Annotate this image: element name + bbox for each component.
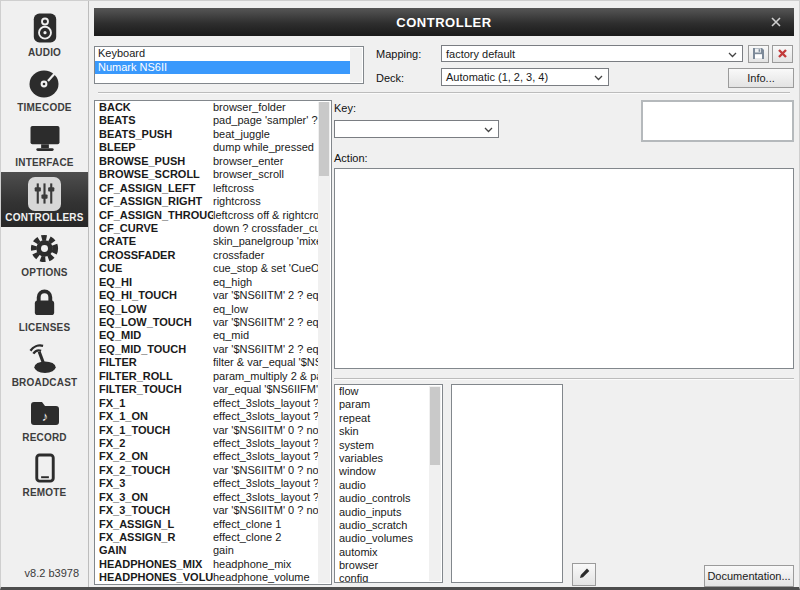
mapping-row[interactable]: FX_3effect_3slots_layout ? <box>95 477 318 490</box>
category-row[interactable]: variables <box>335 452 429 465</box>
category-scrollbar[interactable] <box>429 386 441 581</box>
category-row[interactable]: repeat <box>335 412 429 425</box>
mapping-action: var '$NS6IITM' 0 ? noth <box>213 464 318 477</box>
edit-action-button[interactable] <box>572 563 596 586</box>
category-row[interactable]: audio_controls <box>335 492 429 505</box>
sidebar-item-record[interactable]: ♪RECORD <box>1 392 88 447</box>
mapping-key: EQ_HI <box>95 276 213 289</box>
mapping-key: FX_3 <box>95 477 213 490</box>
category-row[interactable]: audio <box>335 479 429 492</box>
sidebar-item-interface[interactable]: INTERFACE <box>1 117 88 172</box>
category-row[interactable]: system <box>335 439 429 452</box>
mapping-key: FX_1_TOUCH <box>95 424 213 437</box>
mapping-row[interactable]: EQ_LOWeq_low <box>95 303 318 316</box>
mapping-row[interactable]: FX_2_TOUCHvar '$NS6IITM' 0 ? noth <box>95 464 318 477</box>
deck-select[interactable]: Automatic (1, 2, 3, 4) <box>441 68 609 86</box>
mapping-row[interactable]: FILTER_ROLLparam_multiply 2 & par <box>95 370 318 383</box>
mapping-key: EQ_MID_TOUCH <box>95 343 213 356</box>
mapping-row[interactable]: FX_1_TOUCHvar '$NS6IITM' 0 ? noth <box>95 424 318 437</box>
sidebar-item-licenses[interactable]: LICENSES <box>1 282 88 337</box>
device-list-scrollbar[interactable] <box>350 48 362 82</box>
sidebar-item-options[interactable]: OPTIONS <box>1 227 88 282</box>
mapping-select-value: factory default <box>446 48 515 60</box>
category-row[interactable]: browser <box>335 559 429 572</box>
action-sub-list[interactable] <box>451 384 563 583</box>
mapping-key: EQ_HI_TOUCH <box>95 289 213 302</box>
sidebar-item-controllers[interactable]: CONTROLLERS <box>1 172 88 227</box>
mapping-action: skin_panelgroup 'mixer' <box>213 235 318 248</box>
documentation-button[interactable]: Documentation... <box>704 565 794 587</box>
mapping-row[interactable]: EQ_MID_TOUCHvar '$NS6IITM' 2 ? eq_m <box>95 343 318 356</box>
delete-mapping-button[interactable] <box>772 45 793 63</box>
mapping-row[interactable]: FX_3_ONeffect_3slots_layout ? <box>95 491 318 504</box>
key-mapping-scrollbar[interactable] <box>318 102 330 583</box>
mapping-row[interactable]: FX_ASSIGN_Reffect_clone 2 <box>95 531 318 544</box>
separator <box>334 378 794 380</box>
mapping-row[interactable]: EQ_HI_TOUCHvar '$NS6IITM' 2 ? eq_h <box>95 289 318 302</box>
mapping-action: var_equal '$NS6IIFM' 2 <box>213 383 318 396</box>
mapping-row[interactable]: CF_ASSIGN_LEFTleftcross <box>95 182 318 195</box>
sidebar-item-audio[interactable]: AUDIO <box>1 7 88 62</box>
mapping-row[interactable]: CF_ASSIGN_RIGHTrightcross <box>95 195 318 208</box>
category-row[interactable]: audio_inputs <box>335 506 429 519</box>
mapping-row[interactable]: CRATEskin_panelgroup 'mixer' <box>95 235 318 248</box>
mapping-row[interactable]: EQ_HIeq_high <box>95 276 318 289</box>
mapping-row[interactable]: FX_1effect_3slots_layout ? <box>95 397 318 410</box>
mapping-action: var '$NS6IITM' 2 ? eq_h <box>213 289 318 302</box>
mapping-select[interactable]: factory default <box>441 45 743 62</box>
mapping-row[interactable]: CUEcue_stop & set 'CueOn' <box>95 262 318 275</box>
mapping-key: EQ_LOW_TOUCH <box>95 316 213 329</box>
key-select[interactable] <box>334 120 499 138</box>
mapping-row[interactable]: FX_2_ONeffect_3slots_layout ? <box>95 450 318 463</box>
mapping-row[interactable]: CF_CURVEdown ? crossfader_curve <box>95 222 318 235</box>
device-row[interactable]: Numark NS6II <box>95 61 350 75</box>
mapping-key: CRATE <box>95 235 213 248</box>
category-row[interactable]: flow <box>335 385 429 398</box>
scrollbar-thumb[interactable] <box>430 387 440 465</box>
category-row[interactable]: window <box>335 465 429 478</box>
mapping-row[interactable]: BACKbrowser_folder <box>95 101 318 114</box>
action-category-list[interactable]: flowparamrepeatskinsystemvariableswindow… <box>334 384 443 583</box>
category-row[interactable]: skin <box>335 425 429 438</box>
mapping-row[interactable]: FX_3_TOUCHvar '$NS6IITM' 0 ? noth <box>95 504 318 517</box>
key-mapping-list[interactable]: BACKbrowser_folderBEATSpad_page 'sampler… <box>94 100 332 585</box>
mapping-row[interactable]: GAINgain <box>95 544 318 557</box>
mapping-row[interactable]: FX_1_ONeffect_3slots_layout ? <box>95 410 318 423</box>
mapping-row[interactable]: BROWSE_SCROLLbrowser_scroll <box>95 168 318 181</box>
save-mapping-button[interactable] <box>748 45 769 63</box>
mapping-row[interactable]: HEADPHONES_MIXheadphone_mix <box>95 558 318 571</box>
mapping-row[interactable]: EQ_LOW_TOUCHvar '$NS6IITM' 2 ? eq_l <box>95 316 318 329</box>
mapping-row[interactable]: FILTER_TOUCHvar_equal '$NS6IIFM' 2 <box>95 383 318 396</box>
close-icon[interactable] <box>768 14 784 30</box>
category-row[interactable]: param <box>335 398 429 411</box>
mapping-action: browser_folder <box>213 101 318 114</box>
mapping-row[interactable]: EQ_MIDeq_mid <box>95 329 318 342</box>
mapping-row[interactable]: CROSSFADERcrossfader <box>95 249 318 262</box>
action-textarea[interactable] <box>334 168 794 369</box>
mapping-row[interactable]: FILTERfilter & var_equal '$NS6 <box>95 356 318 369</box>
category-row[interactable]: config <box>335 572 429 583</box>
category-row[interactable]: automix <box>335 546 429 559</box>
device-list[interactable]: KeyboardNumark NS6II <box>94 46 364 84</box>
mapping-key: CUE <box>95 262 213 275</box>
mapping-row[interactable]: BLEEPdump while_pressed <box>95 141 318 154</box>
info-button[interactable]: Info... <box>728 68 794 88</box>
mapping-action: var '$NS6IITM' 0 ? noth <box>213 504 318 517</box>
mapping-row[interactable]: FX_2effect_3slots_layout ? <box>95 437 318 450</box>
category-row[interactable]: audio_volumes <box>335 532 429 545</box>
sidebar-item-broadcast[interactable]: BROADCAST <box>1 337 88 392</box>
mapping-row[interactable]: CF_ASSIGN_THROUGHleftcross off & rightcr… <box>95 209 318 222</box>
scrollbar-thumb[interactable] <box>319 102 329 176</box>
mapping-row[interactable]: HEADPHONES_VOLUMEheadphone_volume <box>95 571 318 584</box>
sidebar-item-timecode[interactable]: TIMECODE <box>1 62 88 117</box>
mapping-row[interactable]: FX_ASSIGN_Leffect_clone 1 <box>95 518 318 531</box>
device-row[interactable]: Keyboard <box>95 47 350 61</box>
mapping-action: browser_enter <box>213 155 318 168</box>
mapping-row[interactable]: BEATS_PUSHbeat_juggle <box>95 128 318 141</box>
category-row[interactable]: audio_scratch <box>335 519 429 532</box>
mapping-key: FX_2 <box>95 437 213 450</box>
sidebar-item-remote[interactable]: REMOTE <box>1 447 88 502</box>
mapping-row[interactable]: BEATSpad_page 'sampler' ? <box>95 114 318 127</box>
mapping-action: rightcross <box>213 195 318 208</box>
mapping-row[interactable]: BROWSE_PUSHbrowser_enter <box>95 155 318 168</box>
